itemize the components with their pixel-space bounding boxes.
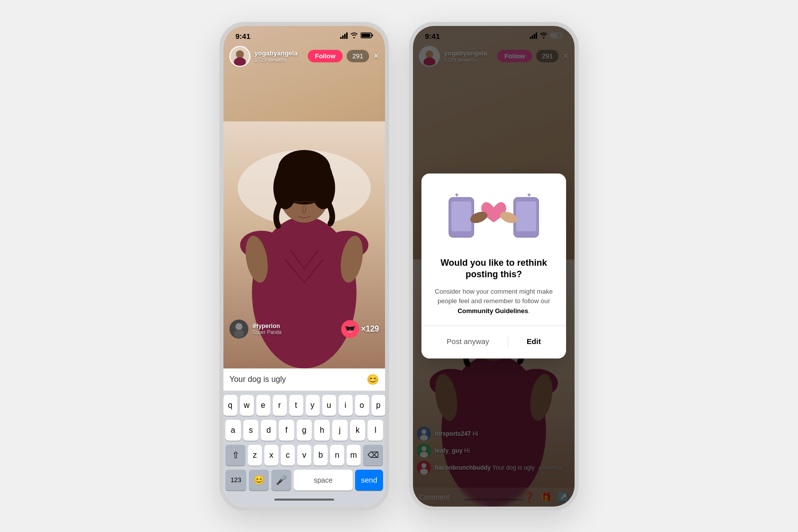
keyboard-row-4: 123 😊 🎤 space send: [225, 470, 383, 491]
svg-rect-55: [451, 201, 471, 231]
key-t[interactable]: t: [289, 395, 303, 416]
wifi-icon: [350, 32, 358, 39]
right-signal-icon: [530, 33, 537, 39]
key-z[interactable]: z: [248, 445, 262, 466]
modal-actions: Post anyway Edit: [433, 334, 554, 349]
left-keyboard: q w e r t y u i o p a s d f g h j k l ⇧ …: [223, 391, 385, 507]
key-a[interactable]: a: [225, 420, 241, 441]
right-battery-icon: [550, 32, 563, 39]
modal-description-text: Consider how your comment might make peo…: [435, 288, 553, 305]
modal-title: Would you like to rethink posting this?: [433, 257, 554, 281]
post-anyway-button[interactable]: Post anyway: [439, 334, 497, 349]
svg-point-15: [278, 150, 331, 187]
key-o[interactable]: o: [355, 395, 369, 416]
edit-button[interactable]: Edit: [519, 334, 549, 349]
key-delete[interactable]: ⌫: [363, 445, 383, 466]
left-stream-header: yogabyangela 1729 viewers Follow 291 ×: [223, 43, 385, 70]
left-follow-button[interactable]: Follow: [308, 50, 342, 62]
svg-text:✦: ✦: [454, 191, 460, 199]
left-viewer-count: 291: [347, 50, 370, 62]
modal-vertical-divider: [508, 336, 508, 348]
svg-rect-28: [551, 34, 558, 37]
key-numbers[interactable]: 123: [225, 470, 246, 491]
key-m[interactable]: m: [347, 445, 361, 466]
left-reaction-subtitle: Super Panda: [252, 330, 337, 335]
left-emoji-btn[interactable]: 😊: [367, 373, 379, 385]
left-reaction-emoji: [341, 320, 359, 338]
left-user-info: yogabyangela 1729 viewers: [254, 49, 304, 63]
battery-icon: [361, 32, 373, 39]
key-d[interactable]: d: [261, 420, 276, 441]
left-home-bar: [274, 499, 334, 501]
key-f[interactable]: f: [279, 420, 294, 441]
key-g[interactable]: g: [297, 420, 312, 441]
modal-illustration: ✦ ✦: [433, 187, 554, 247]
left-status-bar: 9:41: [223, 26, 385, 43]
rethink-modal-overlay: ✦ ✦ Would you like to rethink posting th…: [413, 26, 575, 507]
left-home-indicator: [225, 495, 383, 505]
key-p[interactable]: p: [372, 395, 386, 416]
right-home-bar: [464, 499, 524, 501]
svg-point-21: [234, 330, 244, 338]
key-e[interactable]: e: [256, 395, 270, 416]
svg-rect-25: [346, 327, 354, 328]
key-l[interactable]: l: [368, 420, 383, 441]
left-reaction-user-info: iHyperion Super Panda: [252, 323, 337, 335]
svg-rect-2: [362, 34, 371, 37]
svg-point-17: [236, 50, 244, 58]
key-h[interactable]: h: [314, 420, 330, 441]
keyboard-row-2: a s d f g h j k l: [225, 420, 383, 441]
left-comment-area[interactable]: Your dog is ugly 😊: [223, 368, 385, 391]
svg-point-20: [235, 323, 242, 330]
signal-icon: [340, 33, 348, 39]
left-viewers: 1729 viewers: [254, 57, 304, 63]
key-k[interactable]: k: [350, 420, 366, 441]
keyboard-row-1: q w e r t y u i o p: [225, 395, 383, 416]
key-send[interactable]: send: [355, 470, 383, 491]
key-b[interactable]: b: [314, 445, 328, 466]
right-status-bar: 9:41: [413, 26, 575, 43]
modal-description: Consider how your comment might make peo…: [433, 287, 554, 316]
keyboard-row-3: ⇧ z x c v b n m ⌫: [225, 445, 383, 466]
key-n[interactable]: n: [330, 445, 344, 466]
left-reaction-avatar: [229, 320, 248, 339]
modal-description-end: .: [528, 307, 530, 315]
left-reaction-emoji-wrap: ×129: [341, 320, 379, 338]
key-y[interactable]: y: [306, 395, 320, 416]
right-time: 9:41: [425, 32, 440, 40]
key-c[interactable]: c: [281, 445, 295, 466]
key-w[interactable]: w: [240, 395, 254, 416]
key-u[interactable]: u: [322, 395, 336, 416]
right-phone: 9:41: [409, 22, 579, 511]
right-home-indicator: [413, 495, 575, 507]
right-wifi-icon: [540, 32, 548, 39]
left-video-area: yogabyangela 1729 viewers Follow 291 × i…: [223, 26, 385, 368]
key-j[interactable]: j: [332, 420, 348, 441]
svg-text:✦: ✦: [526, 191, 532, 199]
key-mic[interactable]: 🎤: [271, 470, 291, 491]
left-reaction-count: ×129: [361, 325, 379, 334]
svg-rect-27: [562, 34, 563, 36]
key-emoji[interactable]: 😊: [249, 470, 269, 491]
svg-rect-57: [516, 201, 536, 231]
key-q[interactable]: q: [223, 395, 237, 416]
key-r[interactable]: r: [273, 395, 287, 416]
right-status-icons: [530, 32, 563, 39]
svg-rect-1: [372, 34, 374, 36]
left-reaction-username: iHyperion: [252, 323, 337, 330]
key-s[interactable]: s: [243, 420, 259, 441]
key-x[interactable]: x: [264, 445, 278, 466]
key-shift[interactable]: ⇧: [225, 445, 245, 466]
left-phone: 9:41: [219, 22, 389, 511]
community-guidelines-link[interactable]: Community Guidelines: [457, 307, 528, 315]
left-time: 9:41: [235, 32, 250, 40]
left-user-avatar: [229, 46, 250, 67]
key-i[interactable]: i: [339, 395, 353, 416]
left-reaction-bar: iHyperion Super Panda ×129: [229, 320, 379, 339]
key-space[interactable]: space: [294, 470, 353, 491]
rethink-modal-card: ✦ ✦ Would you like to rethink posting th…: [421, 174, 566, 358]
left-comment-input[interactable]: Your dog is ugly: [229, 375, 362, 384]
left-status-icons: [340, 32, 373, 39]
key-v[interactable]: v: [297, 445, 311, 466]
left-close-button[interactable]: ×: [373, 50, 379, 62]
